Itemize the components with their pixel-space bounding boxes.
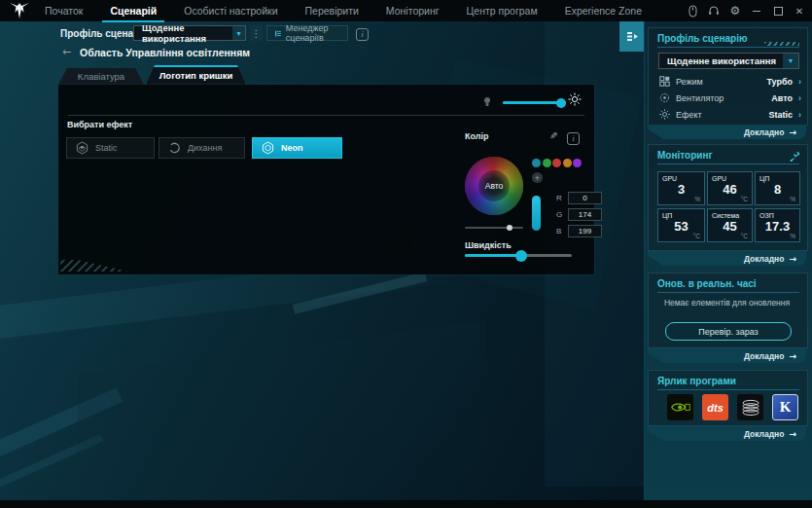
panel-corner-decoration (60, 260, 128, 272)
rgb-row-g: G 174 (556, 208, 602, 221)
monitoring-header: Моніторинг (657, 150, 713, 161)
sidebar-item-effect[interactable]: Ефект Static › (659, 108, 801, 121)
page-title: Область Управління освітленням (80, 47, 250, 58)
monitoring-more-link[interactable]: Докладно→ (648, 251, 806, 266)
tab-keyboard[interactable]: Клавіатура (58, 68, 144, 85)
swatch-red[interactable] (552, 159, 561, 167)
tile-cpu-usage: ЦП8% (755, 171, 800, 205)
tile-gpu-usage: GPU3% (657, 171, 705, 205)
info-icon[interactable]: i (356, 28, 369, 41)
nav-item-experience-zone[interactable]: Experience Zone (565, 5, 642, 17)
chevron-right-icon: › (798, 93, 801, 103)
sidebar-collapse-button[interactable] (619, 21, 645, 52)
effect-breathing-button[interactable]: Дихання (159, 137, 245, 159)
effect-sun-icon (659, 109, 670, 120)
killer-app-icon[interactable]: K (772, 394, 798, 420)
arrow-right-icon: → (789, 351, 796, 361)
check-now-button[interactable]: Перевір. зараз (665, 322, 792, 341)
headset-icon[interactable] (703, 0, 724, 21)
chevron-right-icon: › (798, 110, 801, 120)
bottom-edge (0, 500, 812, 508)
chevron-right-icon: › (798, 77, 801, 87)
nvidia-app-icon[interactable] (667, 394, 693, 420)
scenario-dropdown[interactable]: Щоденне використання ▾ (133, 25, 246, 41)
color-swatches (532, 159, 583, 167)
scenario-dropdown-value: Щоденне використання (142, 22, 232, 44)
rgb-row-b: B 199 (556, 225, 602, 237)
apps-header: Ярлик програми (657, 376, 736, 386)
tile-ram-usage: ОЗП17.3% (755, 208, 800, 242)
swatch-teal[interactable] (532, 159, 541, 167)
update-more-link[interactable]: Докладно→ (648, 348, 806, 363)
effect-neon-button[interactable]: Neon (252, 137, 342, 159)
color-wheel[interactable]: Авто (465, 157, 523, 215)
sidebar-item-fan[interactable]: Вентилятор Авто › (659, 91, 801, 104)
brightness-slider[interactable] (503, 101, 566, 104)
header-hatch-decoration (764, 42, 799, 46)
swatch-purple[interactable] (573, 159, 582, 167)
apps-more-link[interactable]: Докладно→ (648, 426, 806, 441)
select-effect-label: Вибрати ефект (67, 120, 132, 129)
eyedropper-icon[interactable]: ✎ (549, 130, 557, 141)
wheel-slider-thumb[interactable] (507, 225, 512, 231)
update-header: Онов. в реальн. часі (657, 278, 757, 289)
minimize-button[interactable] (746, 0, 767, 21)
rgb-row-r: R 0 (556, 192, 602, 204)
profile-more-link[interactable]: Докладно→ (648, 125, 806, 139)
tab-lid-logo[interactable]: Логотип кришки (146, 65, 246, 85)
swatch-orange[interactable] (563, 159, 572, 167)
wheel-slider[interactable] (465, 227, 523, 229)
b-value-field[interactable]: 199 (568, 225, 602, 237)
mouse-icon[interactable] (682, 0, 703, 21)
nav-item-home[interactable]: Початок (45, 5, 83, 17)
nav-item-app-center[interactable]: Центр програм (467, 5, 538, 17)
nav-item-scenario[interactable]: Сценарій (110, 5, 157, 17)
brightness-high-icon (568, 92, 582, 111)
sidebar-scenario-dropdown[interactable]: Щоденне використання ▾ (658, 53, 799, 69)
chevron-down-icon: ▾ (232, 26, 245, 40)
titlebar: Початок Сценарій Особисті настройки Пере… (0, 0, 812, 21)
wrench-icon[interactable] (790, 148, 800, 165)
arrow-right-icon: → (789, 254, 796, 264)
speed-slider[interactable] (465, 254, 572, 257)
nav-item-personal-settings[interactable]: Особисті настройки (184, 5, 277, 17)
brightness-slider-thumb[interactable] (556, 98, 566, 108)
nav-item-monitoring[interactable]: Моніторинг (386, 5, 440, 17)
scenario-manager-button[interactable]: Менеджер сценаріїв (266, 25, 348, 41)
back-arrow-icon[interactable]: ← (62, 46, 71, 58)
coil-app-icon[interactable] (737, 394, 763, 420)
hexagon-neon-icon (262, 141, 274, 155)
sidebar-profile-header: Профіль сценарію (657, 33, 748, 44)
color-info-icon[interactable]: i (567, 132, 580, 145)
close-button[interactable]: ✕ (789, 0, 810, 21)
auto-label: Авто (465, 157, 523, 215)
maximize-button[interactable] (767, 0, 789, 21)
tile-system-temp: Система45°C (707, 208, 753, 242)
add-color-button[interactable]: + (532, 172, 543, 183)
effect-static-button[interactable]: Static (66, 137, 155, 159)
swatch-green[interactable] (543, 159, 551, 167)
white-level-slider[interactable] (532, 196, 541, 231)
brightness-low-icon (482, 94, 492, 112)
settings-gear-icon[interactable]: ⚙ (724, 0, 746, 21)
speed-slider-thumb[interactable] (515, 250, 527, 262)
app-window: Початок Сценарій Особисті настройки Пере… (0, 0, 812, 508)
tile-cpu-temp: ЦП53°C (657, 208, 705, 242)
r-value-field[interactable]: 0 (568, 192, 602, 204)
kebab-menu-button[interactable]: ⋮ (250, 25, 263, 41)
breathing-icon (168, 141, 181, 155)
nav-item-check[interactable]: Перевірити (305, 5, 359, 17)
g-value-field[interactable]: 174 (568, 208, 602, 221)
dts-app-icon[interactable]: dts (702, 394, 728, 420)
chevron-down-icon: ▾ (783, 54, 798, 68)
mode-grid-icon (659, 76, 670, 87)
sidebar-item-mode[interactable]: Режим Турбо › (659, 75, 801, 88)
divider (68, 115, 584, 116)
app-shortcuts: dts K (667, 394, 795, 421)
speed-label: Швидкість (465, 240, 512, 250)
arrow-right-icon: → (789, 127, 796, 137)
list-icon (275, 29, 281, 38)
fan-icon (659, 92, 670, 103)
hexagon-static-icon (76, 141, 88, 155)
panel-collapse-icon (626, 30, 639, 43)
